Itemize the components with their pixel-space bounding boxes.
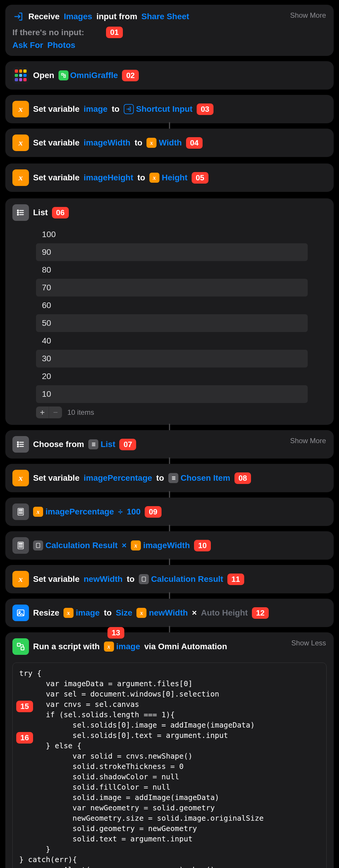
operator-divide[interactable]: ÷ bbox=[118, 507, 123, 517]
operator-multiply[interactable]: × bbox=[122, 541, 126, 550]
var-name-imagewidth[interactable]: imageWidth bbox=[83, 138, 130, 148]
svg-point-4 bbox=[18, 212, 19, 213]
svg-rect-36 bbox=[36, 544, 40, 548]
list-icon bbox=[12, 436, 29, 453]
list-item[interactable]: 80 bbox=[36, 261, 308, 279]
list-item[interactable]: 70 bbox=[36, 279, 308, 297]
list-item[interactable]: 40 bbox=[36, 332, 308, 350]
svg-point-26 bbox=[21, 513, 21, 514]
badge-03: 03 bbox=[197, 103, 213, 115]
variable-icon: x bbox=[12, 571, 29, 587]
list-card: List 06 100 90 80 70 60 50 40 30 20 10 +… bbox=[5, 198, 334, 425]
list-item[interactable]: 60 bbox=[36, 297, 308, 314]
connector bbox=[169, 122, 170, 129]
magic-var-icon: x bbox=[136, 608, 146, 618]
set-variable-percentage-card: x Set variable imagePercentage to Chosen… bbox=[5, 464, 334, 492]
svg-rect-41 bbox=[21, 647, 24, 650]
receive-source-token[interactable]: Share Sheet bbox=[141, 12, 189, 21]
list-item[interactable]: 100 bbox=[36, 225, 308, 243]
calculation-result-token[interactable]: Calculation Result bbox=[33, 540, 117, 551]
image-var[interactable]: x image bbox=[64, 608, 100, 618]
var-name-image[interactable]: image bbox=[83, 104, 107, 114]
ask-for-token[interactable]: Ask For bbox=[12, 40, 43, 50]
size-token[interactable]: Size bbox=[116, 608, 132, 618]
show-less-button[interactable]: Show Less bbox=[292, 639, 326, 647]
badge-01: 01 bbox=[106, 27, 123, 38]
launchpad-icon bbox=[12, 67, 29, 84]
run-script-card: 13 Show Less Run a script with x image v… bbox=[5, 632, 334, 868]
open-verb: Open bbox=[33, 71, 54, 80]
badge-07: 07 bbox=[119, 439, 136, 450]
receive-card: Show More Receive Images input from Shar… bbox=[5, 5, 334, 56]
omnigraffle-token[interactable]: OmniGraffle bbox=[59, 70, 118, 81]
badge-02: 02 bbox=[122, 70, 139, 81]
shortcut-input-icon bbox=[124, 104, 134, 114]
svg-point-35 bbox=[22, 547, 23, 548]
list-item[interactable]: 20 bbox=[36, 368, 308, 385]
magic-var-icon: x bbox=[146, 138, 157, 148]
list-mini-icon bbox=[168, 473, 178, 483]
magic-var-icon: x bbox=[149, 173, 160, 183]
svg-point-10 bbox=[18, 444, 19, 445]
list-item[interactable]: 10 bbox=[36, 385, 308, 403]
svg-rect-0 bbox=[61, 73, 63, 75]
var-name-imageheight[interactable]: imageHeight bbox=[83, 173, 133, 182]
svg-point-2 bbox=[18, 210, 19, 211]
remove-item-button[interactable]: − bbox=[49, 406, 62, 418]
width-magic-var[interactable]: x Width bbox=[146, 138, 182, 148]
newwidth-var[interactable]: x newWidth bbox=[136, 608, 188, 618]
svg-rect-40 bbox=[18, 643, 21, 646]
magic-var-icon: x bbox=[104, 642, 114, 652]
connector bbox=[169, 626, 170, 633]
connector bbox=[169, 558, 170, 565]
imagepercentage-var[interactable]: x imagePercentage bbox=[33, 507, 114, 517]
show-more-button[interactable]: Show More bbox=[290, 437, 326, 445]
set-variable-image-card: x Set variable image to Shortcut Input 0… bbox=[5, 95, 334, 123]
list-token[interactable]: List bbox=[88, 439, 115, 450]
list-icon bbox=[12, 204, 29, 221]
shortcut-input-token[interactable]: Shortcut Input bbox=[124, 104, 193, 114]
no-input-label: If there's no input: bbox=[12, 28, 84, 37]
list-item[interactable]: 90 bbox=[36, 243, 308, 261]
list-title: List bbox=[33, 208, 48, 217]
list-item[interactable]: 30 bbox=[36, 350, 308, 368]
show-more-button[interactable]: Show More bbox=[290, 11, 326, 20]
magic-var-icon: x bbox=[33, 507, 43, 517]
connector bbox=[169, 491, 170, 498]
svg-point-31 bbox=[21, 546, 21, 546]
variable-icon: x bbox=[12, 470, 29, 486]
chosen-item-token[interactable]: Chosen Item bbox=[168, 473, 230, 483]
auto-height-placeholder[interactable]: Auto Height bbox=[201, 608, 248, 618]
number-100[interactable]: 100 bbox=[127, 507, 141, 517]
list-item[interactable]: 50 bbox=[36, 314, 308, 332]
list-count: 10 items bbox=[67, 408, 94, 416]
receive-prefix: Receive bbox=[28, 12, 60, 21]
svg-rect-29 bbox=[19, 543, 23, 545]
list-items: 100 90 80 70 60 50 40 30 20 10 bbox=[12, 225, 327, 403]
magic-var-icon: x bbox=[64, 608, 73, 618]
calculation-result-token[interactable]: Calculation Result bbox=[139, 574, 223, 584]
imagewidth-var[interactable]: x imageWidth bbox=[131, 540, 190, 551]
resize-image-card: Resize x image to Size x newWidth × Auto… bbox=[5, 599, 334, 627]
receive-type-token[interactable]: Images bbox=[64, 12, 93, 21]
connector bbox=[169, 525, 170, 532]
variable-icon: x bbox=[12, 134, 29, 151]
svg-point-6 bbox=[18, 214, 19, 215]
script-editor[interactable]: 15 16 try { var imageData = argument.fil… bbox=[12, 662, 327, 868]
photos-token[interactable]: Photos bbox=[47, 40, 75, 50]
svg-point-30 bbox=[19, 546, 20, 546]
svg-point-12 bbox=[18, 446, 19, 447]
svg-point-33 bbox=[19, 547, 20, 548]
badge-06: 06 bbox=[52, 207, 69, 218]
svg-rect-21 bbox=[19, 509, 23, 511]
var-name-newwidth[interactable]: newWidth bbox=[83, 575, 123, 584]
calculate-multiply-card: Calculation Result × x imageWidth 10 bbox=[5, 531, 334, 560]
badge-04: 04 bbox=[186, 137, 203, 149]
svg-point-23 bbox=[21, 512, 21, 513]
height-magic-var[interactable]: x Height bbox=[149, 173, 188, 183]
badge-15: 15 bbox=[16, 701, 33, 712]
add-item-button[interactable]: + bbox=[36, 406, 49, 418]
image-var[interactable]: x image bbox=[104, 642, 140, 652]
var-name-imagepercentage[interactable]: imagePercentage bbox=[83, 473, 152, 483]
badge-11: 11 bbox=[227, 574, 244, 585]
